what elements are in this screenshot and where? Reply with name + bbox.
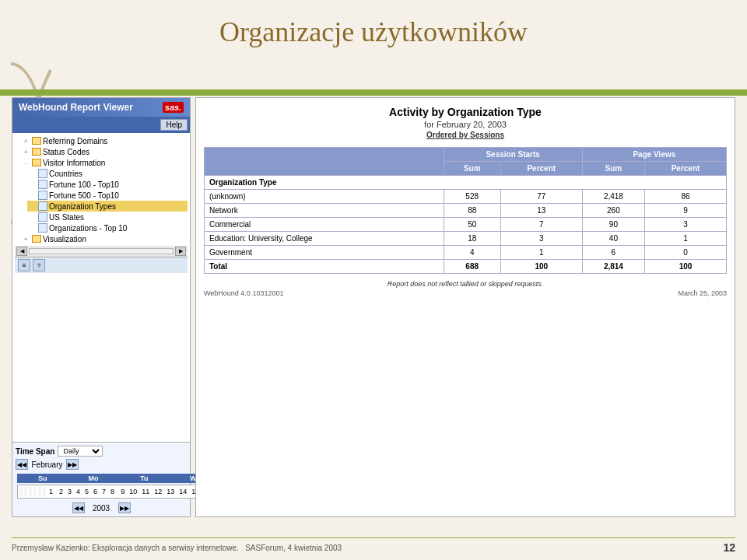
next-year-btn[interactable]: ▶▶: [118, 502, 131, 513]
page-icon: [38, 223, 47, 233]
cal-cell: [24, 487, 27, 496]
cal-cell[interactable]: 4: [75, 487, 82, 496]
report-table: Session Starts Page Views Sum Percent Su…: [204, 147, 727, 274]
cal-cell[interactable]: 12: [153, 487, 163, 496]
tree-label: Visualization: [43, 235, 86, 243]
th-empty: [205, 148, 444, 176]
footer-author: Przemysław Kazienko: Eksploracja danych …: [12, 544, 342, 552]
cal-cell: [38, 487, 41, 496]
org-type-header: Organization Type: [205, 176, 727, 190]
spacer-icon: [27, 223, 37, 233]
cal-hdr-mo: Mo: [68, 474, 118, 483]
scroll-right-btn[interactable]: ▶: [175, 247, 186, 256]
pct1-cell: 1: [500, 246, 582, 260]
total-pct1: 100: [500, 260, 582, 274]
scroll-left-btn[interactable]: ◀: [16, 247, 27, 256]
pct2-cell: 9: [645, 204, 727, 218]
sum1-cell: 4: [444, 246, 500, 260]
cal-cell[interactable]: 13: [165, 487, 176, 496]
footer-page: 12: [723, 541, 735, 554]
report-order: Ordered by Sessions: [204, 131, 727, 139]
tree-item-org-types[interactable]: Organization Types: [27, 201, 188, 212]
table-row: Government 4 1 6 0: [205, 246, 727, 260]
cal-cell[interactable]: 11: [140, 487, 151, 496]
cal-cell: [19, 487, 23, 496]
tree-label: Referring Domains: [43, 137, 107, 145]
cal-cell: [43, 487, 46, 496]
tree-item-referring-domains[interactable]: + Referring Domains: [21, 135, 188, 146]
tree-item-visitor-info[interactable]: - Visitor Information: [21, 157, 188, 168]
total-sum2: 2,814: [582, 260, 644, 274]
table-header-row1: Session Starts Page Views: [205, 148, 727, 162]
tree-icon-btn-2[interactable]: ?: [33, 259, 45, 271]
year-label: 2003: [88, 504, 115, 513]
time-span-row: Time Span Daily Weekly Monthly: [16, 446, 187, 457]
cal-hdr-su: Su: [17, 474, 68, 483]
tree-item-fortune500[interactable]: Fortune 500 - Top10: [27, 190, 188, 201]
cal-cell[interactable]: 1: [47, 487, 54, 496]
prev-prev-btn[interactable]: ◀◀: [16, 459, 28, 470]
webhound-title: WebHound Report Viewer: [19, 102, 133, 113]
th-session-starts: Session Starts: [444, 148, 582, 162]
page-icon: [38, 169, 47, 178]
footer-versions: WebHound 4.0.10312001 March 25, 2003: [204, 289, 727, 297]
cal-cell[interactable]: 8: [109, 487, 116, 496]
scroll-track: [29, 248, 174, 254]
tree-label: Fortune 100 - Top10: [49, 180, 119, 189]
cal-cell[interactable]: 2: [58, 487, 65, 496]
th-sum2: Sum: [582, 162, 644, 176]
next-next-btn[interactable]: ▶▶: [66, 459, 79, 470]
report-footer: Report does not reflect tallied or skipp…: [204, 280, 727, 297]
cal-cell[interactable]: 14: [177, 487, 188, 496]
cal-cell: [33, 487, 37, 496]
tree-label: Organizations - Top 10: [49, 224, 127, 233]
sum2-cell: 6: [582, 246, 644, 260]
sum2-cell: 260: [582, 204, 644, 218]
th-pct1: Percent: [500, 162, 582, 176]
left-panel: WebHound Report Viewer sas. Help + Refer…: [12, 97, 191, 517]
expand-icon: +: [21, 234, 30, 243]
help-button[interactable]: Help: [160, 119, 188, 131]
prev-year-btn[interactable]: ◀◀: [72, 502, 85, 513]
cal-cell[interactable]: 5: [83, 487, 90, 496]
spacer-icon: [27, 212, 37, 222]
cal-cell[interactable]: 7: [100, 487, 107, 496]
version-label: WebHound 4.0.10312001: [204, 289, 283, 297]
cal-cell[interactable]: 10: [128, 487, 139, 496]
sum1-cell: 88: [444, 204, 500, 218]
pct2-cell: 0: [645, 246, 727, 260]
month-nav: ◀◀ February ▶▶: [16, 459, 187, 470]
tree-item-us-states[interactable]: US States: [27, 212, 188, 222]
cal-cell[interactable]: 9: [119, 487, 126, 496]
tree-item-fortune100[interactable]: Fortune 100 - Top10: [27, 179, 188, 190]
pct1-cell: 7: [500, 218, 582, 232]
time-period-select[interactable]: Daily Weekly Monthly: [58, 446, 103, 457]
cal-cell[interactable]: 3: [66, 487, 73, 496]
total-pct2: 100: [645, 260, 727, 274]
time-span-label: Time Span: [16, 447, 54, 456]
month-label: February: [30, 460, 65, 469]
tree-item-countries[interactable]: Countries: [27, 168, 188, 179]
slide-footer: Przemysław Kazienko: Eksploracja danych …: [12, 537, 735, 554]
tree-item-orgs-top10[interactable]: Organizations - Top 10: [27, 222, 188, 233]
nav-tree: + Referring Domains + Status Codes - Vis…: [12, 133, 190, 442]
top-green-bar: [0, 89, 747, 96]
pct2-cell: 86: [645, 190, 727, 204]
th-page-views: Page Views: [582, 148, 726, 162]
tree-item-visualization[interactable]: + Visualization: [21, 233, 188, 244]
sum1-cell: 50: [444, 218, 500, 232]
spacer-icon: [27, 180, 37, 189]
sas-logo: sas.: [163, 102, 184, 113]
tree-icon-btn-1[interactable]: ≡: [18, 259, 30, 271]
cal-cell[interactable]: 6: [92, 487, 99, 496]
tree-label: Organization Types: [49, 202, 116, 211]
page-icon: [38, 191, 47, 200]
slide-title: Organizacje użytkowników: [0, 16, 747, 48]
tree-scrollbar[interactable]: ◀ ▶: [15, 246, 188, 257]
report-date: March 25, 2003: [678, 289, 727, 297]
pct2-cell: 1: [645, 232, 727, 246]
webhound-header: WebHound Report Viewer sas.: [12, 98, 190, 117]
sum1-cell: 528: [444, 190, 500, 204]
tree-item-status-codes[interactable]: + Status Codes: [21, 146, 188, 157]
report-title: Activity by Organization Type: [204, 106, 727, 118]
